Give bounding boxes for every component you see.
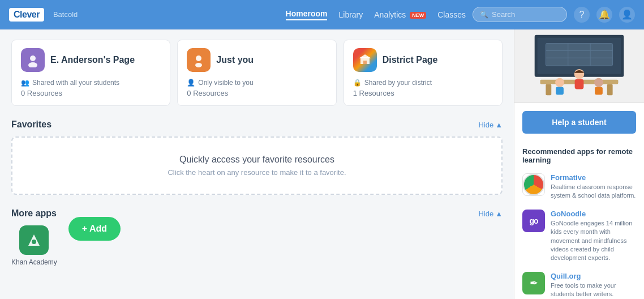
- app-grid: Khan Academy + Add: [11, 225, 503, 266]
- gonoodle-name: GoNoodle: [551, 210, 636, 218]
- khan-academy-app[interactable]: Khan Academy: [11, 225, 57, 266]
- card-header: E. Anderson's Page: [21, 48, 161, 72]
- svg-point-2: [196, 55, 201, 61]
- khan-academy-label: Khan Academy: [11, 258, 57, 266]
- anderson-page-card[interactable]: E. Anderson's Page 👥 Shared with all you…: [11, 40, 170, 106]
- nav-homeroom[interactable]: Homeroom: [286, 9, 328, 20]
- district-page-card[interactable]: District Page 🔒 Shared by your district …: [344, 40, 503, 106]
- more-apps-title: More apps: [11, 208, 57, 219]
- anderson-card-icon: [21, 48, 45, 72]
- district-resources: 1 Resources: [353, 89, 493, 97]
- add-button[interactable]: + Add: [68, 217, 121, 241]
- clever-logo[interactable]: Clever: [9, 8, 44, 22]
- anderson-card-subtitle: 👥 Shared with all your students: [21, 79, 161, 87]
- khan-academy-icon: [19, 225, 49, 255]
- favorites-title: Favorites: [11, 119, 51, 130]
- quill-app[interactable]: ✒ Quill.org Free tools to make your stud…: [514, 267, 644, 299]
- gonoodle-desc: GoNoodle engages 14 million kids every m…: [551, 219, 636, 263]
- search-icon: 🔍: [480, 11, 488, 19]
- help-icon[interactable]: ?: [574, 7, 590, 23]
- gonoodle-info: GoNoodle GoNoodle engages 14 million kid…: [551, 210, 636, 263]
- formative-app[interactable]: Formative Realtime classroom response sy…: [514, 169, 644, 205]
- svg-point-7: [32, 240, 36, 244]
- person-icon: 👤: [187, 79, 195, 87]
- favorites-empty-subtitle: Click the heart on any resource to make …: [24, 168, 490, 177]
- content-area: E. Anderson's Page 👥 Shared with all you…: [0, 29, 514, 299]
- svg-point-20: [555, 78, 564, 87]
- chevron-up-icon-2: ▲: [495, 210, 503, 218]
- recommended-apps-title: Recommended apps for remote learning: [514, 142, 644, 169]
- user-icon[interactable]: 👤: [619, 7, 635, 23]
- help-student-button[interactable]: Help a student: [522, 111, 636, 134]
- favorites-empty-state: Quickly access your favorite resources C…: [11, 136, 503, 195]
- district-card-subtitle: 🔒 Shared by your district: [353, 79, 493, 87]
- just-you-card-icon: [187, 48, 211, 72]
- lock-icon: 🔒: [353, 79, 362, 87]
- main-nav: Homeroom Library Analytics NEW Classes: [286, 9, 466, 20]
- main-layout: E. Anderson's Page 👥 Shared with all you…: [0, 29, 644, 299]
- analytics-new-badge: NEW: [410, 12, 426, 19]
- more-apps-section: More apps Hide ▲ Khan Academy + Ad: [11, 208, 503, 266]
- just-you-card-header: Just you: [187, 48, 327, 72]
- classroom-illustration-area: [514, 29, 644, 103]
- sidebar: Help a student Recommended apps for remo…: [514, 29, 644, 299]
- favorites-section: Favorites Hide ▲ Quickly access your fav…: [11, 119, 503, 195]
- favorites-hide-button[interactable]: Hide ▲: [478, 121, 503, 129]
- nav-analytics[interactable]: Analytics NEW: [374, 10, 426, 19]
- anderson-card-title: E. Anderson's Page: [50, 55, 135, 65]
- username-label: Batcold: [53, 10, 78, 19]
- just-you-card-subtitle: 👤 Only visible to you: [187, 79, 327, 87]
- district-card-title: District Page: [383, 55, 438, 65]
- just-you-resources: 0 Resources: [187, 89, 327, 97]
- svg-rect-17: [607, 84, 613, 96]
- formative-desc: Realtime classroom response system & sch…: [551, 183, 636, 200]
- navbar: Clever Batcold Homeroom Library Analytic…: [0, 0, 644, 29]
- nav-classes[interactable]: Classes: [437, 10, 466, 19]
- search-box[interactable]: 🔍: [473, 7, 567, 22]
- more-apps-hide-button[interactable]: Hide ▲: [478, 210, 503, 218]
- quill-desc: Free tools to make your students better …: [551, 281, 636, 299]
- svg-rect-21: [556, 87, 564, 95]
- classroom-illustration: [523, 29, 635, 102]
- formative-icon: [522, 173, 545, 196]
- anderson-resources: 0 Resources: [21, 89, 161, 97]
- district-card-icon: [353, 48, 377, 72]
- gonoodle-app[interactable]: go GoNoodle GoNoodle engages 14 million …: [514, 205, 644, 267]
- svg-rect-10: [546, 44, 612, 66]
- svg-rect-6: [363, 61, 367, 64]
- svg-marker-5: [359, 54, 371, 58]
- just-you-card[interactable]: Just you 👤 Only visible to you 0 Resourc…: [177, 40, 336, 106]
- svg-point-0: [30, 55, 36, 61]
- svg-point-22: [594, 78, 603, 87]
- svg-point-1: [28, 62, 37, 67]
- svg-rect-23: [595, 87, 603, 95]
- gonoodle-icon: go: [522, 210, 545, 232]
- bell-icon[interactable]: 🔔: [596, 7, 612, 23]
- svg-rect-19: [575, 79, 584, 89]
- chevron-up-icon: ▲: [495, 121, 503, 129]
- district-card-header: District Page: [353, 48, 493, 72]
- quill-icon: ✒: [522, 272, 545, 294]
- formative-name: Formative: [551, 173, 636, 182]
- page-cards: E. Anderson's Page 👥 Shared with all you…: [11, 40, 503, 106]
- search-input[interactable]: [492, 10, 560, 19]
- favorites-section-header: Favorites Hide ▲: [11, 119, 503, 130]
- students-icon: 👥: [21, 79, 29, 87]
- formative-info: Formative Realtime classroom response sy…: [551, 173, 636, 200]
- favorites-empty-title: Quickly access your favorite resources: [24, 155, 490, 165]
- nav-library[interactable]: Library: [338, 10, 363, 19]
- just-you-card-title: Just you: [216, 55, 254, 65]
- quill-info: Quill.org Free tools to make your studen…: [551, 272, 636, 299]
- svg-point-3: [195, 63, 202, 67]
- svg-rect-16: [546, 84, 551, 96]
- quill-name: Quill.org: [551, 272, 636, 280]
